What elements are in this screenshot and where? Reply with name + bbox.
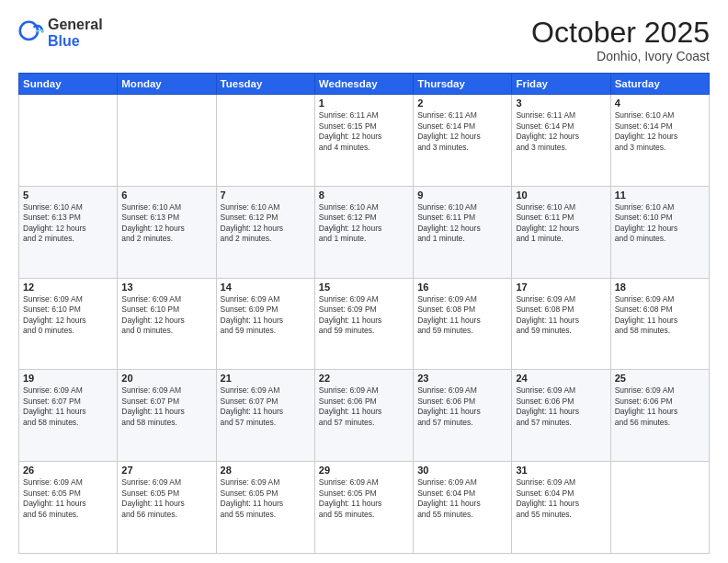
logo-general-text: General [48,17,103,33]
calendar-week-3: 12Sunrise: 6:09 AM Sunset: 6:10 PM Dayli… [19,278,710,370]
weekday-header-row: SundayMondayTuesdayWednesdayThursdayFrid… [19,74,710,95]
day-info: Sunrise: 6:09 AM Sunset: 6:08 PM Dayligh… [417,294,507,337]
day-number: 23 [417,373,507,384]
day-info: Sunrise: 6:10 AM Sunset: 6:10 PM Dayligh… [615,202,705,245]
calendar-cell: 5Sunrise: 6:10 AM Sunset: 6:13 PM Daylig… [19,186,118,278]
calendar-cell: 13Sunrise: 6:09 AM Sunset: 6:10 PM Dayli… [118,278,216,370]
day-number: 31 [516,465,606,476]
day-info: Sunrise: 6:11 AM Sunset: 6:15 PM Dayligh… [319,110,409,153]
calendar-title: October 2025 [531,17,710,49]
day-info: Sunrise: 6:09 AM Sunset: 6:05 PM Dayligh… [121,477,211,520]
day-number: 20 [121,373,211,384]
day-number: 17 [516,282,606,293]
day-number: 1 [319,98,409,109]
day-number: 10 [516,190,606,201]
day-info: Sunrise: 6:09 AM Sunset: 6:08 PM Dayligh… [516,294,606,337]
day-number: 18 [615,282,705,293]
calendar-header: SundayMondayTuesdayWednesdayThursdayFrid… [19,74,710,95]
day-info: Sunrise: 6:10 AM Sunset: 6:11 PM Dayligh… [417,202,507,245]
day-number: 26 [23,465,113,476]
day-info: Sunrise: 6:10 AM Sunset: 6:13 PM Dayligh… [121,202,211,245]
calendar-cell: 17Sunrise: 6:09 AM Sunset: 6:08 PM Dayli… [512,278,610,370]
calendar-cell: 28Sunrise: 6:09 AM Sunset: 6:05 PM Dayli… [216,462,314,554]
calendar-week-2: 5Sunrise: 6:10 AM Sunset: 6:13 PM Daylig… [19,186,710,278]
day-number: 11 [615,190,705,201]
calendar-cell: 8Sunrise: 6:10 AM Sunset: 6:12 PM Daylig… [314,186,413,278]
day-number: 3 [516,98,606,109]
day-info: Sunrise: 6:11 AM Sunset: 6:14 PM Dayligh… [516,110,606,153]
calendar-cell: 25Sunrise: 6:09 AM Sunset: 6:06 PM Dayli… [610,370,709,462]
calendar-cell: 18Sunrise: 6:09 AM Sunset: 6:08 PM Dayli… [610,278,709,370]
day-info: Sunrise: 6:09 AM Sunset: 6:09 PM Dayligh… [319,294,409,337]
day-number: 27 [121,465,211,476]
day-info: Sunrise: 6:10 AM Sunset: 6:12 PM Dayligh… [319,202,409,245]
day-info: Sunrise: 6:09 AM Sunset: 6:05 PM Dayligh… [221,477,311,520]
calendar-week-1: 1Sunrise: 6:11 AM Sunset: 6:15 PM Daylig… [19,95,710,187]
day-number: 16 [417,282,507,293]
title-block: October 2025 Donhio, Ivory Coast [531,17,710,63]
day-number: 29 [319,465,409,476]
day-number: 6 [121,190,211,201]
calendar-cell: 12Sunrise: 6:09 AM Sunset: 6:10 PM Dayli… [19,278,118,370]
day-info: Sunrise: 6:09 AM Sunset: 6:07 PM Dayligh… [23,385,113,428]
day-info: Sunrise: 6:09 AM Sunset: 6:05 PM Dayligh… [23,477,113,520]
calendar-cell: 24Sunrise: 6:09 AM Sunset: 6:06 PM Dayli… [512,370,610,462]
day-info: Sunrise: 6:11 AM Sunset: 6:14 PM Dayligh… [417,110,507,153]
day-info: Sunrise: 6:09 AM Sunset: 6:10 PM Dayligh… [121,294,211,337]
day-number: 4 [615,98,705,109]
calendar-cell: 9Sunrise: 6:10 AM Sunset: 6:11 PM Daylig… [414,186,512,278]
day-number: 24 [516,373,606,384]
day-number: 28 [221,465,311,476]
day-info: Sunrise: 6:09 AM Sunset: 6:06 PM Dayligh… [417,385,507,428]
day-info: Sunrise: 6:10 AM Sunset: 6:14 PM Dayligh… [615,110,705,153]
calendar-cell: 10Sunrise: 6:10 AM Sunset: 6:11 PM Dayli… [512,186,610,278]
day-number: 9 [417,190,507,201]
day-number: 2 [417,98,507,109]
calendar-table: SundayMondayTuesdayWednesdayThursdayFrid… [18,73,710,554]
day-info: Sunrise: 6:09 AM Sunset: 6:06 PM Dayligh… [319,385,409,428]
day-number: 15 [319,282,409,293]
day-number: 22 [319,373,409,384]
calendar-week-5: 26Sunrise: 6:09 AM Sunset: 6:05 PM Dayli… [19,462,710,554]
weekday-header-tuesday: Tuesday [216,74,314,95]
calendar-location: Donhio, Ivory Coast [531,49,710,63]
day-number: 5 [23,190,113,201]
calendar-cell: 29Sunrise: 6:09 AM Sunset: 6:05 PM Dayli… [314,462,413,554]
day-info: Sunrise: 6:09 AM Sunset: 6:07 PM Dayligh… [221,385,311,428]
day-info: Sunrise: 6:10 AM Sunset: 6:13 PM Dayligh… [23,202,113,245]
calendar-cell [610,462,709,554]
day-number: 12 [23,282,113,293]
calendar-cell: 22Sunrise: 6:09 AM Sunset: 6:06 PM Dayli… [314,370,413,462]
day-info: Sunrise: 6:09 AM Sunset: 6:05 PM Dayligh… [319,477,409,520]
day-info: Sunrise: 6:09 AM Sunset: 6:08 PM Dayligh… [615,294,705,337]
day-number: 19 [23,373,113,384]
day-number: 7 [221,190,311,201]
weekday-header-thursday: Thursday [414,74,512,95]
weekday-header-wednesday: Wednesday [314,74,413,95]
weekday-header-sunday: Sunday [19,74,118,95]
calendar-cell: 3Sunrise: 6:11 AM Sunset: 6:14 PM Daylig… [512,95,610,187]
day-info: Sunrise: 6:09 AM Sunset: 6:09 PM Dayligh… [221,294,311,337]
calendar-cell: 27Sunrise: 6:09 AM Sunset: 6:05 PM Dayli… [118,462,216,554]
calendar-body: 1Sunrise: 6:11 AM Sunset: 6:15 PM Daylig… [19,95,710,554]
calendar-cell: 23Sunrise: 6:09 AM Sunset: 6:06 PM Dayli… [414,370,512,462]
logo-icon [18,20,44,46]
weekday-header-friday: Friday [512,74,610,95]
calendar-cell: 7Sunrise: 6:10 AM Sunset: 6:12 PM Daylig… [216,186,314,278]
calendar-cell [19,95,118,187]
day-info: Sunrise: 6:09 AM Sunset: 6:04 PM Dayligh… [516,477,606,520]
weekday-header-monday: Monday [118,74,216,95]
day-info: Sunrise: 6:09 AM Sunset: 6:04 PM Dayligh… [417,477,507,520]
calendar-cell: 20Sunrise: 6:09 AM Sunset: 6:07 PM Dayli… [118,370,216,462]
day-info: Sunrise: 6:10 AM Sunset: 6:12 PM Dayligh… [221,202,311,245]
calendar-cell: 2Sunrise: 6:11 AM Sunset: 6:14 PM Daylig… [414,95,512,187]
day-number: 14 [221,282,311,293]
page: General Blue October 2025 Donhio, Ivory … [0,0,728,563]
day-number: 21 [221,373,311,384]
weekday-header-saturday: Saturday [610,74,709,95]
day-number: 8 [319,190,409,201]
calendar-cell: 4Sunrise: 6:10 AM Sunset: 6:14 PM Daylig… [610,95,709,187]
header: General Blue October 2025 Donhio, Ivory … [18,17,710,63]
day-info: Sunrise: 6:09 AM Sunset: 6:10 PM Dayligh… [23,294,113,337]
day-number: 25 [615,373,705,384]
